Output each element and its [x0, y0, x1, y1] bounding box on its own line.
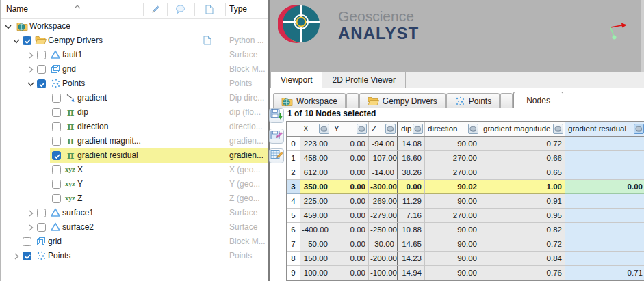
tree-item-gradient-magnit-[interactable]: π gradient magnit... gradien...: [1, 134, 268, 148]
save-edits-button[interactable]: [269, 129, 284, 144]
checkbox[interactable]: [52, 122, 61, 131]
table-cell[interactable]: [565, 223, 644, 237]
table-cell[interactable]: [565, 237, 644, 252]
chevron-icon[interactable]: [12, 37, 21, 45]
tree-item-dip[interactable]: π dip dip (flo...: [1, 105, 268, 120]
column-header-Y[interactable]: Y: [331, 122, 369, 136]
table-cell[interactable]: 7.16: [398, 209, 425, 223]
tree-item-surface1[interactable]: surface1 Surface: [1, 206, 268, 220]
chevron-icon[interactable]: [12, 252, 21, 260]
chevron-icon[interactable]: [27, 80, 35, 88]
name-column-header[interactable]: Name: [6, 0, 28, 18]
table-cell[interactable]: -279.00: [369, 209, 398, 223]
checkbox[interactable]: [37, 209, 46, 217]
table-cell[interactable]: 0.00: [331, 252, 369, 266]
tab-stub[interactable]: [500, 93, 513, 108]
table-cell[interactable]: 459.00: [300, 209, 331, 223]
table-cell[interactable]: [565, 151, 644, 165]
table-cell[interactable]: [565, 194, 644, 209]
checkbox[interactable]: [52, 194, 61, 203]
table-cell[interactable]: 14.08: [398, 137, 425, 151]
checkbox[interactable]: [52, 165, 61, 174]
tree-item-workspace[interactable]: Workspace: [1, 19, 268, 34]
chevron-icon[interactable]: [4, 23, 12, 31]
viewport-canvas[interactable]: Geoscience ANALYST: [270, 0, 644, 72]
table-cell[interactable]: 0.00: [398, 180, 425, 194]
table-cell[interactable]: -400.00: [300, 223, 331, 237]
save-all-button[interactable]: [269, 108, 284, 123]
table-cell[interactable]: 14.65: [398, 237, 425, 252]
checkbox[interactable]: [52, 94, 61, 103]
table-cell[interactable]: 612.00: [300, 165, 331, 180]
document-icon[interactable]: [205, 5, 214, 16]
table-cell[interactable]: 458.00: [300, 151, 331, 165]
table-cell[interactable]: 150.00: [300, 252, 331, 266]
tree-item-gradient[interactable]: gradient Dip dire...: [1, 91, 268, 105]
table-cell[interactable]: 16.60: [398, 151, 425, 165]
table-cell[interactable]: -300.00: [369, 180, 398, 194]
table-cell[interactable]: -30.00: [369, 237, 398, 252]
checkbox[interactable]: [52, 137, 61, 146]
table-cell[interactable]: 90.00: [425, 223, 480, 237]
table-cell[interactable]: 270.00: [425, 209, 480, 223]
table-cell[interactable]: 223.00: [300, 137, 331, 151]
filter-button[interactable]: [319, 124, 329, 134]
chevron-icon[interactable]: [27, 51, 35, 59]
table-cell[interactable]: 14.23: [398, 252, 425, 266]
checkbox[interactable]: [37, 65, 46, 74]
tab-gempy-drivers[interactable]: Gempy Drivers: [359, 93, 446, 108]
chevron-icon[interactable]: [27, 224, 35, 232]
checkbox[interactable]: [37, 51, 46, 59]
row-number[interactable]: 1: [287, 151, 300, 165]
table-cell[interactable]: -14.00: [369, 165, 398, 180]
tree-item-direction[interactable]: π direction directio...: [1, 120, 268, 134]
tab-viewport[interactable]: Viewport: [270, 72, 322, 88]
table-cell[interactable]: 0.00: [331, 266, 369, 280]
table-cell[interactable]: 90.00: [425, 137, 480, 151]
table-cell[interactable]: 0.00: [565, 180, 644, 194]
column-header-Z[interactable]: Z: [369, 122, 398, 136]
row-number[interactable]: 7: [287, 237, 300, 252]
tree-item-points[interactable]: Points Points: [1, 249, 268, 263]
row-number[interactable]: 2: [287, 165, 300, 180]
table-cell[interactable]: -94.00: [369, 137, 398, 151]
table-cell[interactable]: [565, 165, 644, 180]
table-cell[interactable]: 90.02: [425, 180, 480, 194]
table-cell[interactable]: -107.00: [369, 151, 398, 165]
table-cell[interactable]: [565, 209, 644, 223]
table-cell[interactable]: 225.00: [300, 194, 331, 209]
filter-button[interactable]: [413, 124, 423, 134]
checkbox[interactable]: [23, 252, 31, 260]
table-cell[interactable]: 14.94: [398, 266, 425, 280]
row-number[interactable]: 4: [287, 194, 300, 209]
table-cell[interactable]: 0.66: [480, 151, 565, 165]
table-cell[interactable]: 0.00: [331, 237, 369, 252]
tree-item-points[interactable]: Points Points: [1, 77, 268, 91]
tree-item-fault1[interactable]: fault1 Surface: [1, 48, 268, 62]
checkbox[interactable]: [23, 36, 31, 45]
table-cell[interactable]: -250.00: [369, 223, 398, 237]
row-number[interactable]: 6: [287, 223, 300, 237]
table-cell[interactable]: 0.95: [480, 209, 565, 223]
chevron-icon[interactable]: [27, 209, 35, 217]
table-cell[interactable]: 0.72: [480, 137, 565, 151]
tree-item-y[interactable]: xyz Y Y (geo...: [1, 177, 268, 191]
row-number[interactable]: 9: [287, 266, 300, 280]
edit-table-button[interactable]: [269, 148, 284, 163]
column-header-gradient-magnitude[interactable]: gradient magnitude: [480, 122, 565, 136]
table-cell[interactable]: 0.00: [331, 151, 369, 165]
table-cell[interactable]: 90.00: [425, 252, 480, 266]
table-cell[interactable]: [565, 137, 644, 151]
row-number[interactable]: 5: [287, 209, 300, 223]
filter-button[interactable]: [634, 124, 644, 134]
checkbox[interactable]: [52, 108, 61, 117]
tab-points[interactable]: Points: [446, 93, 500, 108]
table-cell[interactable]: 0.91: [480, 194, 565, 209]
tree-item-grid[interactable]: grid Block M...: [1, 235, 268, 249]
column-header-gradient-residual[interactable]: gradient residual: [565, 122, 644, 136]
table-cell[interactable]: 0.71: [565, 266, 644, 280]
filter-button[interactable]: [357, 124, 367, 134]
checkbox[interactable]: [23, 237, 31, 246]
filter-button[interactable]: [468, 124, 478, 134]
tree-item-gradient-residual[interactable]: π gradient residual gradien...: [1, 148, 268, 163]
